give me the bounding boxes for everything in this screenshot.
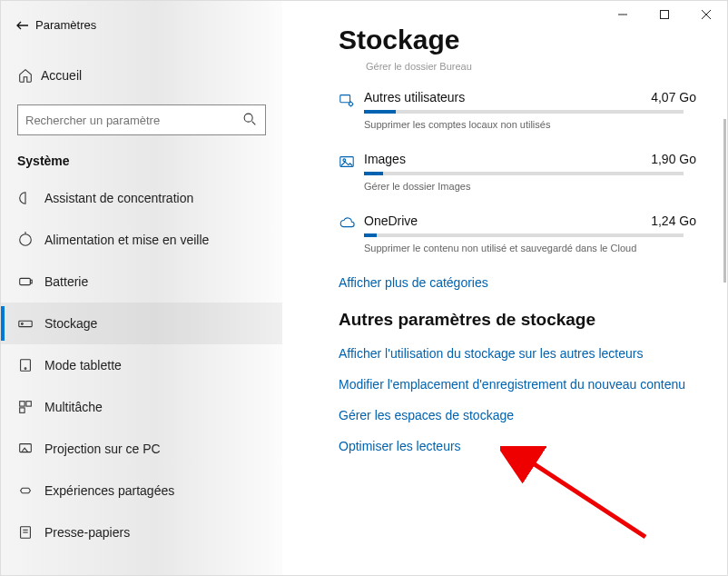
show-more-link[interactable]: Afficher plus de catégories — [339, 275, 700, 290]
nav-icon — [17, 399, 44, 415]
nav-label: Mode tablette — [44, 358, 122, 372]
scrollbar-thumb[interactable] — [723, 119, 726, 283]
svg-rect-8 — [20, 278, 31, 284]
storage-label: Images — [364, 152, 406, 166]
svg-rect-15 — [26, 402, 31, 406]
storage-hint: Gérer le dossier Images — [364, 181, 700, 192]
storage-hint: Supprimer les comptes locaux non utilisé… — [364, 119, 700, 130]
window-title: Paramètres — [35, 18, 96, 32]
svg-rect-21 — [340, 95, 350, 103]
storage-size: 4,07 Go — [651, 90, 700, 104]
storage-icon — [339, 90, 364, 130]
storage-size: 1,90 Go — [651, 152, 700, 166]
storage-list: Autres utilisateurs4,07 GoSupprimer les … — [339, 90, 700, 253]
svg-rect-10 — [19, 321, 32, 326]
storage-icon — [339, 152, 364, 192]
close-button[interactable] — [685, 1, 727, 28]
nav-list: Assistant de concentrationAlimentation e… — [1, 177, 282, 553]
search-box[interactable] — [17, 104, 266, 135]
svg-line-5 — [252, 121, 256, 124]
svg-point-4 — [244, 114, 252, 122]
nav-icon — [17, 190, 44, 206]
svg-rect-16 — [20, 408, 25, 412]
minimize-button[interactable] — [602, 1, 644, 28]
svg-point-6 — [20, 234, 32, 246]
sidebar-item-6[interactable]: Projection sur ce PC — [1, 428, 282, 470]
home-icon — [17, 67, 41, 84]
storage-item[interactable]: Images1,90 GoGérer le dossier Images — [339, 152, 700, 192]
svg-rect-1 — [661, 11, 669, 19]
nav-label: Stockage — [44, 316, 97, 331]
settings-link-0[interactable]: Afficher l'utilisation du stockage sur l… — [339, 346, 700, 361]
maximize-button[interactable] — [644, 1, 685, 28]
main-content: Stockage Gérer le dossier Bureau Autres … — [282, 1, 727, 575]
sidebar-item-5[interactable]: Multitâche — [1, 386, 282, 428]
nav-label: Presse-papiers — [44, 525, 130, 540]
storage-icon — [339, 214, 364, 253]
nav-label: Alimentation et mise en veille — [44, 233, 209, 247]
back-arrow-icon — [15, 17, 35, 33]
nav-label: Batterie — [44, 274, 88, 289]
home-label: Accueil — [41, 68, 82, 83]
storage-label: Autres utilisateurs — [364, 90, 465, 104]
nav-label: Assistant de concentration — [44, 191, 193, 205]
storage-size: 1,24 Go — [651, 214, 700, 228]
sidebar-item-0[interactable]: Assistant de concentration — [1, 177, 282, 219]
storage-bar — [364, 110, 684, 114]
sidebar-item-3[interactable]: Stockage — [1, 303, 282, 344]
svg-point-11 — [22, 323, 24, 325]
nav-icon — [17, 441, 44, 457]
search-icon — [241, 111, 258, 130]
nav-label: Multitâche — [44, 400, 103, 414]
links-list: Afficher l'utilisation du stockage sur l… — [339, 346, 700, 453]
storage-label: OneDrive — [364, 214, 418, 228]
storage-hint: Supprimer le contenu non utilisé et sauv… — [364, 243, 700, 253]
page-title: Stockage — [339, 25, 700, 55]
nav-icon — [17, 482, 44, 499]
sidebar-item-2[interactable]: Batterie — [1, 261, 282, 303]
storage-item[interactable]: Autres utilisateurs4,07 GoSupprimer les … — [339, 90, 700, 130]
section-heading: Système — [1, 146, 282, 177]
svg-rect-9 — [30, 280, 32, 283]
nav-label: Projection sur ce PC — [44, 442, 161, 456]
sidebar-item-7[interactable]: Expériences partagées — [1, 470, 282, 511]
nav-icon — [17, 273, 44, 290]
svg-point-22 — [349, 103, 353, 106]
nav-icon — [17, 315, 44, 332]
nav-icon — [17, 232, 44, 248]
svg-point-13 — [25, 368, 26, 370]
storage-item[interactable]: OneDrive1,24 GoSupprimer le contenu non … — [339, 214, 700, 253]
storage-bar — [364, 172, 684, 175]
settings-link-2[interactable]: Gérer les espaces de stockage — [339, 408, 700, 422]
back-button[interactable]: Paramètres — [1, 8, 282, 41]
search-input[interactable] — [25, 114, 241, 127]
svg-rect-14 — [20, 402, 25, 406]
nav-label: Expériences partagées — [44, 483, 174, 498]
window-controls — [602, 1, 727, 28]
sidebar-home[interactable]: Accueil — [1, 57, 282, 94]
nav-icon — [17, 357, 44, 373]
sidebar-item-8[interactable]: Presse-papiers — [1, 511, 282, 553]
sidebar-item-1[interactable]: Alimentation et mise en veille — [1, 219, 282, 261]
previous-hint: Gérer le dossier Bureau — [366, 61, 700, 72]
sidebar-item-4[interactable]: Mode tablette — [1, 344, 282, 386]
section2-heading: Autres paramètres de stockage — [339, 310, 700, 330]
sidebar: Paramètres Accueil Système Assistant de … — [1, 1, 282, 575]
nav-icon — [17, 524, 44, 541]
svg-rect-17 — [20, 444, 32, 452]
svg-point-24 — [343, 159, 346, 162]
settings-link-3[interactable]: Optimiser les lecteurs — [339, 439, 700, 453]
storage-bar — [364, 233, 684, 237]
settings-link-1[interactable]: Modifier l'emplacement d'enregistrement … — [339, 377, 700, 392]
